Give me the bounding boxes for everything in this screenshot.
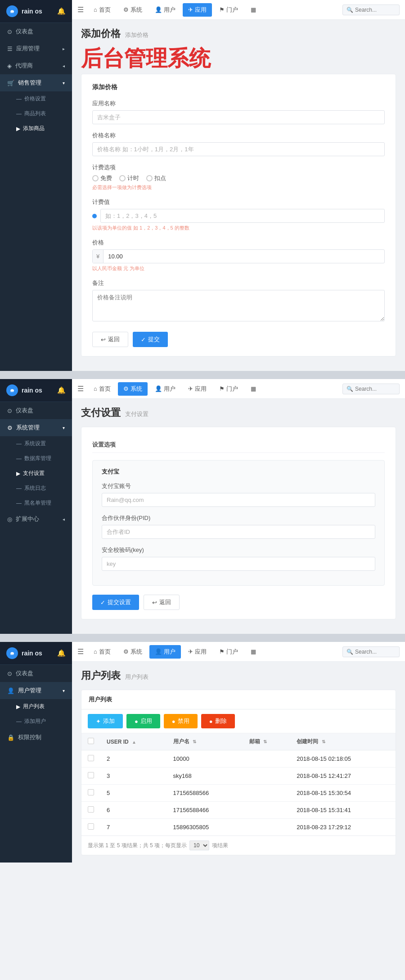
topnav-user-3[interactable]: 👤 用户 — [149, 645, 181, 659]
sidebar-sub-add-product[interactable]: ▶ 添加商品 — [0, 121, 72, 136]
form-group-billing-value: 计费值 以该项为单位的值 如 1，2，3，4，5 的整数 — [92, 198, 385, 231]
billing-radio-group: 免费 计时 扣点 — [92, 174, 385, 182]
th-created[interactable]: 创建时间 ⇅ — [290, 733, 396, 750]
th-email[interactable]: 邮箱 ⇅ — [243, 733, 291, 750]
submit-button-1[interactable]: ✓ 提交 — [133, 332, 168, 347]
sidebar-item-sales-1[interactable]: 🛒 销售管理 ▾ — [0, 74, 72, 91]
sidebar-sub-price-settings[interactable]: — 价格设置 — [0, 91, 72, 106]
sidebar-sub-sys-log[interactable]: — 系统日志 — [0, 481, 72, 496]
search-input-3[interactable] — [355, 649, 396, 655]
search-input-1[interactable] — [355, 7, 396, 13]
topnav-app-3[interactable]: ✈ 应用 — [183, 645, 212, 659]
user-icon-2: 👤 — [155, 385, 162, 392]
per-page-select[interactable]: 10 20 50 — [189, 840, 209, 850]
partner-id-input[interactable] — [102, 525, 375, 539]
row-created: 2018-08-23 17:29:12 — [290, 819, 396, 836]
row-username: 10000 — [167, 750, 243, 768]
add-user-button[interactable]: ✦ 添加 — [88, 714, 123, 728]
select-all-checkbox[interactable] — [88, 738, 94, 744]
bell-icon-1[interactable]: 🔔 — [57, 7, 66, 15]
billing-radio-time[interactable]: 计时 — [119, 174, 139, 182]
back-button-1[interactable]: ↩ 返回 — [92, 332, 128, 347]
sidebar-item-sys-mgmt-2[interactable]: ⚙ 系统管理 ▾ — [0, 419, 72, 436]
delete-user-button[interactable]: ● 删除 — [201, 714, 235, 728]
topnav-grid-1[interactable]: ▦ — [245, 4, 261, 16]
sidebar-item-permissions-3[interactable]: 🔒 权限控制 — [0, 729, 72, 746]
sidebar-sub-product-list[interactable]: — 商品列表 — [0, 106, 72, 121]
billing-value-input-wrapper — [92, 209, 385, 223]
topnav-home-2[interactable]: ⌂ 首页 — [88, 382, 116, 396]
sidebar-item-agent-1[interactable]: ◈ 代理商 ◂ — [0, 57, 72, 74]
row-user-id: 3 — [100, 768, 167, 785]
topnav-system-1[interactable]: ⚙ 系统 — [118, 3, 148, 17]
disable-user-button[interactable]: ● 禁用 — [164, 714, 198, 728]
sub-icon-db: — — [16, 456, 22, 462]
topnav-portal-2[interactable]: ⚑ 门户 — [214, 382, 243, 396]
arrow-user-3: ▾ — [63, 688, 65, 693]
row-checkbox-box[interactable] — [88, 823, 94, 830]
page-title-1: 添加价格 — [81, 27, 121, 41]
back-button-2[interactable]: ↩ 返回 — [144, 595, 180, 610]
alipay-account-input[interactable] — [102, 493, 375, 507]
price-name-input[interactable] — [92, 142, 385, 156]
topnav-system-3[interactable]: ⚙ 系统 — [118, 645, 148, 659]
sys-mgmt-icon-2: ⚙ — [7, 425, 13, 431]
sidebar-sub-add-user[interactable]: — 添加用户 — [0, 714, 72, 729]
form-actions-2: ✓ 提交设置 ↩ 返回 — [92, 595, 385, 610]
topnav-user-1[interactable]: 👤 用户 — [149, 3, 181, 17]
page-wrapper: 🌧 rain os 🔔 ⊙ 仪表盘 ☰ 应用管理 ▸ ◈ 代理商 ◂ — [0, 0, 405, 863]
bell-icon-2[interactable]: 🔔 — [57, 386, 66, 394]
sidebar-sub-payment[interactable]: ▶ 支付设置 — [0, 466, 72, 481]
submit-settings-button[interactable]: ✓ 提交设置 — [92, 595, 139, 610]
sys-icon-1: ⚙ — [123, 6, 129, 13]
billing-value-input[interactable] — [100, 209, 385, 223]
sidebar-item-extensions-2[interactable]: ◎ 扩展中心 ◂ — [0, 510, 72, 528]
topnav-app-2[interactable]: ✈ 应用 — [183, 382, 212, 396]
search-input-2[interactable] — [355, 386, 396, 392]
th-username[interactable]: 用户名 ⇅ — [167, 733, 243, 750]
bell-icon-3[interactable]: 🔔 — [57, 649, 66, 657]
payment-form-card: 设置选项 支付宝 支付宝账号 合作伙伴身份(PID) 安全校验码(key — [81, 427, 396, 619]
sidebar-item-app-mgmt-1[interactable]: ☰ 应用管理 ▸ — [0, 40, 72, 57]
sidebar-item-dashboard-2[interactable]: ⊙ 仪表盘 — [0, 402, 72, 419]
row-checkbox-box[interactable] — [88, 772, 94, 778]
menu-icon-2[interactable]: ☰ — [77, 384, 84, 393]
topnav-grid-3[interactable]: ▦ — [245, 646, 261, 658]
section-user-list: 🌧 rain os 🔔 ⊙ 仪表盘 👤 用户管理 ▾ ▶ 用户列表 — [0, 642, 405, 863]
topnav-app-1[interactable]: ✈ 应用 — [183, 3, 212, 17]
form-card-1: 添加价格 应用名称 价格名称 计费选项 — [81, 74, 396, 357]
app-name-input[interactable] — [92, 110, 385, 124]
topnav-user-2[interactable]: 👤 用户 — [149, 382, 181, 396]
sidebar-sub-db-mgmt[interactable]: — 数据库管理 — [0, 451, 72, 466]
topnav-home-1[interactable]: ⌂ 首页 — [88, 3, 116, 17]
sidebar-sub-user-list[interactable]: ▶ 用户列表 — [0, 699, 72, 714]
form-group-partner-id: 合作伙伴身份(PID) — [102, 514, 375, 539]
th-user-id[interactable]: USER ID ▲ — [100, 733, 167, 750]
app-icon-3: ✈ — [188, 648, 193, 655]
topnav-portal-1[interactable]: ⚑ 门户 — [214, 3, 243, 17]
menu-icon-1[interactable]: ☰ — [77, 5, 84, 14]
row-checkbox-box[interactable] — [88, 789, 94, 795]
row-checkbox-box[interactable] — [88, 755, 94, 761]
security-key-input[interactable] — [102, 557, 375, 571]
topnav-portal-3[interactable]: ⚑ 门户 — [214, 645, 243, 659]
topnav-home-3[interactable]: ⌂ 首页 — [88, 645, 116, 659]
topnav-system-2[interactable]: ⚙ 系统 — [118, 382, 148, 396]
sidebar-sub-sys-settings[interactable]: — 系统设置 — [0, 436, 72, 451]
row-checkbox-box[interactable] — [88, 806, 94, 813]
sidebar-item-user-mgmt-3[interactable]: 👤 用户管理 ▾ — [0, 682, 72, 699]
grid-icon-2: ▦ — [251, 385, 256, 392]
row-checkbox — [81, 768, 100, 785]
sidebar-item-dashboard-3[interactable]: ⊙ 仪表盘 — [0, 665, 72, 682]
enable-user-button[interactable]: ● 启用 — [126, 714, 160, 728]
sidebar-item-dashboard-1[interactable]: ⊙ 仪表盘 — [0, 23, 72, 40]
dashboard-icon-2: ⊙ — [7, 407, 12, 414]
topnav-grid-2[interactable]: ▦ — [245, 383, 261, 395]
menu-icon-3[interactable]: ☰ — [77, 647, 84, 656]
sidebar-sub-blacklist[interactable]: — 黑名单管理 — [0, 496, 72, 510]
note-textarea[interactable] — [92, 290, 385, 321]
user-icon-3: 👤 — [155, 648, 162, 655]
price-input[interactable] — [104, 250, 384, 263]
billing-radio-free[interactable]: 免费 — [92, 174, 112, 182]
billing-radio-point[interactable]: 扣点 — [146, 174, 166, 182]
